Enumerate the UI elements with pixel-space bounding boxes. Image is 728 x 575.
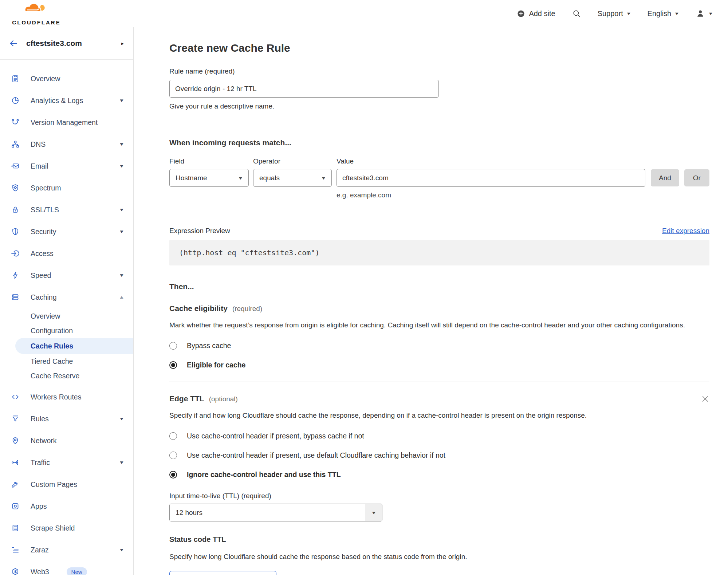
chevron-down-icon: ▼ <box>119 207 124 212</box>
top-bar-menu: Add site Support ▼ English ▼ ▼ <box>517 9 713 18</box>
divider <box>169 125 709 125</box>
close-icon[interactable] <box>701 395 709 403</box>
shield-icon <box>11 227 20 236</box>
clipboard-icon <box>11 74 20 83</box>
sidebar-item-apps[interactable]: Apps <box>0 495 133 517</box>
expression-preview-label: Expression Preview <box>169 227 230 235</box>
chevron-down-icon: ▼ <box>119 547 124 552</box>
rule-name-input[interactable] <box>169 80 439 98</box>
sidebar-item-scrape-shield[interactable]: Scrape Shield <box>0 517 133 539</box>
sidebar-item-label: Network <box>31 437 57 445</box>
sidebar-item-workers-routes[interactable]: Workers Routes <box>0 386 133 408</box>
sidebar-item-dns[interactable]: DNS ▼ <box>0 133 133 155</box>
sidebar-item-analytics-logs[interactable]: Analytics & Logs ▼ <box>0 90 133 111</box>
edge-ttl-option-bypass[interactable]: Use cache-control header if present, byp… <box>169 432 709 440</box>
match-controls-row: Hostname ▼ equals ▼ And Or <box>169 169 709 187</box>
and-button[interactable]: And <box>651 169 679 186</box>
sidebar-item-email[interactable]: Email ▼ <box>0 155 133 177</box>
sidebar-subitem-label: Tiered Cache <box>31 357 73 366</box>
sidebar-item-caching[interactable]: Caching ▲ <box>0 286 133 308</box>
add-status-code-setting-button[interactable]: + Add status code setting <box>169 571 276 575</box>
support-label: Support <box>598 9 623 18</box>
support-menu[interactable]: Support ▼ <box>598 9 631 18</box>
status-code-ttl-heading: Status code TTL <box>169 535 709 544</box>
map-pin-icon <box>11 436 20 445</box>
radio-unselected-icon[interactable] <box>169 452 177 459</box>
chevron-down-icon: ▼ <box>119 229 124 234</box>
sidebar-subitem-configuration[interactable]: Configuration <box>0 323 133 338</box>
edge-ttl-option-ignore[interactable]: Ignore cache-control header and use this… <box>169 470 709 479</box>
language-menu[interactable]: English ▼ <box>648 9 679 18</box>
field-select[interactable]: Hostname ▼ <box>169 169 249 187</box>
field-select-value: Hostname <box>176 174 207 182</box>
share-nodes-icon <box>11 458 20 467</box>
radio-selected-icon[interactable] <box>169 471 177 478</box>
add-site-button[interactable]: Add site <box>517 9 555 18</box>
sidebar-item-rules[interactable]: Rules ▼ <box>0 408 133 430</box>
ttl-select-dropdown-button[interactable]: ▼ <box>365 504 382 521</box>
account-menu[interactable]: ▼ <box>696 9 713 18</box>
sidebar-item-overview[interactable]: Overview <box>0 68 133 90</box>
operator-select[interactable]: equals ▼ <box>253 169 332 187</box>
new-badge: New <box>67 567 87 575</box>
expand-right-icon[interactable]: ▸ <box>121 40 124 46</box>
caching-submenu: Overview Configuration Cache Rules Tiere… <box>0 309 133 383</box>
radio-selected-icon[interactable] <box>169 361 177 369</box>
eligible-for-cache-option[interactable]: Eligible for cache <box>169 361 709 369</box>
operator-label: Operator <box>253 157 337 165</box>
chevron-down-icon: ▼ <box>626 11 631 16</box>
sidebar-item-custom-pages[interactable]: Custom Pages <box>0 473 133 495</box>
main-content: Create new Cache Rule Rule name (require… <box>134 27 728 575</box>
divider <box>169 382 709 382</box>
radio-unselected-icon[interactable] <box>169 432 177 440</box>
cache-eligibility-heading: Cache eligibility <box>169 304 228 313</box>
match-heading: When incoming requests match... <box>169 138 709 147</box>
chevron-down-icon: ▼ <box>238 176 243 180</box>
user-icon <box>696 9 705 18</box>
sidebar-item-label: Zaraz <box>31 546 49 554</box>
sidebar-item-network[interactable]: Network <box>0 430 133 452</box>
sidebar-item-ssl-tls[interactable]: SSL/TLS ▼ <box>0 199 133 221</box>
sidebar-item-label: Workers Routes <box>31 393 81 401</box>
cloudflare-wordmark: CLOUDFLARE <box>12 19 60 25</box>
sidebar-item-label: Traffic <box>31 458 50 467</box>
cloudflare-cloud-icon <box>24 2 48 19</box>
sidebar-subitem-tiered-cache[interactable]: Tiered Cache <box>0 354 133 369</box>
back-arrow-icon[interactable] <box>9 39 18 48</box>
search-icon[interactable] <box>572 9 581 18</box>
sidebar-item-spectrum[interactable]: Spectrum <box>0 177 133 199</box>
sidebar-item-access[interactable]: Access <box>0 243 133 264</box>
radio-unselected-icon[interactable] <box>169 342 177 350</box>
app-box-icon <box>11 502 20 511</box>
sidebar-item-traffic[interactable]: Traffic ▼ <box>0 452 133 473</box>
shield-gear-icon <box>11 184 20 192</box>
sidebar-item-web3[interactable]: Web3 New <box>0 561 133 575</box>
cache-eligibility-description: Mark whether the request’s response from… <box>169 319 709 331</box>
edge-ttl-option-default[interactable]: Use cache-control header if present, use… <box>169 451 709 460</box>
sidebar-subitem-cache-reserve[interactable]: Cache Reserve <box>0 369 133 383</box>
sidebar-item-label: Scrape Shield <box>31 524 75 532</box>
chevron-up-icon: ▲ <box>119 295 124 300</box>
expression-code-block: (http.host eq "cftestsite3.com") <box>169 240 709 265</box>
site-header: cftestsite3.com ▸ <box>0 27 133 60</box>
ttl-select[interactable]: 12 hours ▼ <box>169 504 382 521</box>
sidebar-subitem-caching-overview[interactable]: Overview <box>0 309 133 323</box>
bypass-cache-option[interactable]: Bypass cache <box>169 342 709 350</box>
sidebar-item-zaraz[interactable]: Zaraz ▼ <box>0 539 133 561</box>
stacked-bars-icon <box>11 546 20 554</box>
page-title: Create new Cache Rule <box>169 42 709 54</box>
radio-label: Use cache-control header if present, byp… <box>187 432 364 440</box>
sidebar-item-speed[interactable]: Speed ▼ <box>0 264 133 286</box>
value-input[interactable] <box>337 169 645 187</box>
sidebar-item-security[interactable]: Security ▼ <box>0 221 133 243</box>
sidebar-item-version-management[interactable]: Version Management <box>0 111 133 133</box>
chevron-down-icon: ▼ <box>119 273 124 278</box>
edit-expression-link[interactable]: Edit expression <box>662 227 709 235</box>
chevron-down-icon: ▼ <box>674 11 680 16</box>
chevron-down-icon: ▼ <box>119 142 124 147</box>
or-button[interactable]: Or <box>684 169 709 186</box>
sidebar-subitem-cache-rules[interactable]: Cache Rules <box>15 338 133 354</box>
server-stack-icon <box>11 293 20 302</box>
cloudflare-logo[interactable]: CLOUDFLARE <box>9 2 64 25</box>
sidebar-item-label: Email <box>31 162 48 170</box>
